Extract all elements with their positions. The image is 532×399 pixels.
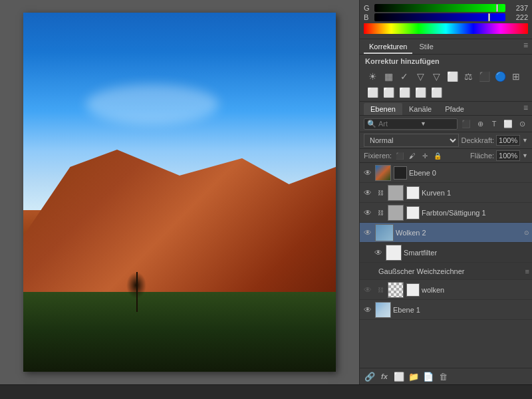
opacity-arrow[interactable]: ▼ [522,137,528,144]
visibility-icon[interactable]: 👁 [362,207,373,218]
blend-row: Normal Deckkraft: 100% ▼ [360,132,532,149]
b-slider-thumb[interactable] [488,13,490,21]
g-slider-thumb[interactable] [496,4,498,12]
fix-all-icon[interactable]: 🔒 [432,150,443,161]
fix-transparent-icon[interactable]: ⬛ [394,150,405,161]
new-group-icon[interactable]: 📁 [408,370,420,382]
visibility-icon[interactable]: 👁 [362,227,373,238]
tab-korrekturen[interactable]: Korrekturen [364,41,412,54]
layer-name: Ebene 1 [393,306,529,314]
b-value: 222 [508,13,528,21]
layer-mask [394,166,407,180]
layer-icon-pixels[interactable]: ⬛ [460,118,472,130]
layer-item-gauss[interactable]: Gaußscher Weichzeichner ≡ [360,263,532,280]
layer-search[interactable]: 🔍 ▼ [364,118,458,130]
add-mask-icon[interactable]: ⬜ [393,370,405,382]
fixieren-label: Fixieren: [364,152,392,160]
fixieren-row: Fixieren: ⬛ 🖌 ✛ 🔒 Fläche: 100% ▼ [360,149,532,163]
fx-icon[interactable]: fx [378,370,390,382]
layer-item-wolken[interactable]: 👁 ⛓ wolken [360,280,532,300]
gradientmap-icon[interactable]: ⬜ [429,85,444,100]
visibility-icon[interactable]: 👁 [373,247,384,258]
layer-icon-type[interactable]: T [488,118,500,130]
tab-kanaele[interactable]: Kanäle [402,103,438,115]
colorlookup-icon[interactable]: ⬜ [365,85,380,100]
opacity-value[interactable]: 100% [496,135,520,146]
color-section: G 237 B 222 [360,0,532,39]
link-layers-icon[interactable]: 🔗 [364,370,376,382]
tab-pfade[interactable]: Pfade [438,103,471,115]
visibility-icon[interactable]: 👁 [362,285,373,295]
photofilter-icon[interactable]: 🔵 [493,69,507,84]
flaeche-arrow[interactable]: ▼ [522,152,528,159]
colorbalance-icon[interactable]: ⚖ [461,69,475,84]
layer-icon-adjust[interactable]: ⊕ [474,118,486,130]
vibrance-icon[interactable]: ▽ [429,69,444,84]
layer-list: 👁 Ebene 0 👁 ⛓ Kurven 1 👁 ⛓ Farbton/Sätti… [360,163,532,368]
layer-item[interactable]: 👁 Ebene 0 [360,163,532,183]
layer-bottom: 🔗 fx ⬜ 📁 📄 🗑 [360,368,532,384]
search-input[interactable] [378,120,418,128]
layer-name: Ebene 0 [409,169,529,177]
flaeche-value[interactable]: 100% [496,150,520,161]
layer-item-smartfilter[interactable]: 👁 Smartfilter [360,243,532,263]
b-slider-track[interactable] [374,13,505,21]
layer-mask [406,283,420,297]
korrektur-header: Korrektur hinzufügen [360,55,532,68]
layer-item-ebene1[interactable]: 👁 Ebene 1 [360,300,532,320]
layer-name: Kurven 1 [422,189,529,197]
tab-ebenen[interactable]: Ebenen [364,103,402,115]
fix-paint-icon[interactable]: 🖌 [407,150,418,161]
tree [136,272,138,312]
layer-thumbnail [375,165,391,181]
layer-mask [406,186,420,200]
layer-item-wolken2[interactable]: 👁 Wolken 2 ⊙ [360,223,532,243]
layer-item[interactable]: 👁 ⛓ Kurven 1 [360,183,532,203]
g-slider-row: G 237 [364,4,528,12]
visibility-icon[interactable]: 👁 [362,188,373,198]
invert-icon[interactable]: ⬜ [381,85,396,100]
blend-mode-select[interactable]: Normal [364,134,459,147]
visibility-icon[interactable]: 👁 [362,168,373,178]
layer-name: Wolken 2 [396,229,522,237]
layer-name: wolken [422,286,529,294]
channelmix-icon[interactable]: ⊞ [509,69,523,84]
layer-mask [406,206,420,219]
layer-thumbnail [388,205,404,221]
levels-icon[interactable]: ▦ [381,69,396,84]
visibility-icon[interactable]: 👁 [362,305,373,315]
curves-icon[interactable]: ✓ [397,69,412,84]
layer-icon-smart[interactable]: ⊙ [516,118,528,130]
smart-filter-indicator: ⊙ [524,229,529,236]
layer-item[interactable]: 👁 ⛓ Farbton/Sättigung 1 [360,203,532,223]
status-bar [0,384,532,399]
layer-thumbnail [386,245,402,261]
opacity-group: Deckkraft: 100% ▼ [462,135,528,146]
flaeche-label: Fläche: [470,152,494,160]
fix-icons: ⬛ 🖌 ✛ 🔒 [394,150,443,161]
search-icon: 🔍 [367,120,376,128]
posterize-icon[interactable]: ⬜ [397,85,412,100]
fix-move-icon[interactable]: ✛ [420,150,430,161]
g-value: 237 [508,4,528,12]
exposure-icon[interactable]: ▽ [413,69,428,84]
layer-panel-menu[interactable]: ≡ [523,103,528,115]
threshold-icon[interactable]: ⬜ [413,85,428,100]
search-dropdown-icon[interactable]: ▼ [420,120,426,127]
delete-layer-icon[interactable]: 🗑 [437,370,449,382]
canvas-image [23,13,336,372]
gauss-settings-icon[interactable]: ≡ [525,267,529,275]
layer-icon-shape[interactable]: ⬜ [502,118,514,130]
panel-menu-button[interactable]: ≡ [523,41,528,54]
flaeche-group: Fläche: 100% ▼ [470,150,528,161]
canvas-area [0,0,359,384]
brightness-icon[interactable]: ☀ [365,69,380,84]
opacity-label: Deckkraft: [462,136,495,144]
tab-stile[interactable]: Stile [414,41,438,54]
g-slider-track[interactable] [374,4,505,12]
layer-name: Gaußscher Weichzeichner [378,267,523,275]
new-layer-icon[interactable]: 📄 [422,370,434,382]
korrektur-icons: ☀ ▦ ✓ ▽ ▽ ⬜ ⚖ ⬛ 🔵 ⊞ ⬜ ⬜ ⬜ ⬜ ⬜ [360,68,532,102]
bw-icon[interactable]: ⬛ [477,69,491,84]
hue-icon[interactable]: ⬜ [445,69,460,84]
